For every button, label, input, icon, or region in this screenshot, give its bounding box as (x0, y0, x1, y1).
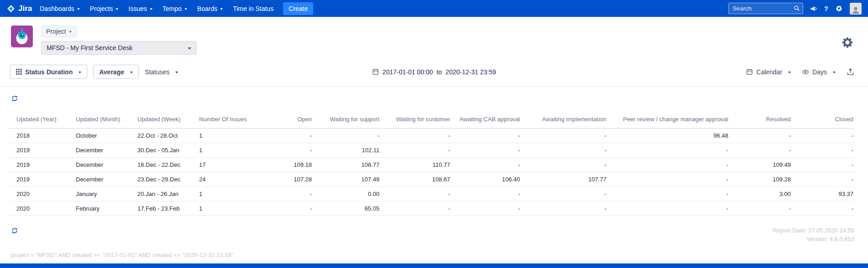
column-header: Resolved (729, 111, 792, 128)
create-button[interactable]: Create (283, 2, 313, 15)
nav-item-boards[interactable]: Boards (192, 0, 228, 17)
chevron-down-icon (220, 8, 223, 10)
table-row: 2020February17.Feb - 23.Feb1-65.05------ (9, 201, 854, 216)
report-content: Updated (Year) Updated (Month) Updated (… (0, 87, 868, 258)
table-cell: December (76, 172, 137, 186)
table-cell: 107.77 (521, 172, 607, 186)
table-row: 2020January20.Jan - 26.Jan1-0.00----3.00… (9, 186, 854, 201)
table-cell: 3.00 (729, 186, 792, 201)
calendar-mode-button[interactable]: Calendar (746, 68, 791, 76)
table-cell: 0.00 (313, 186, 380, 201)
nav-item-tempo[interactable]: Tempo (158, 0, 192, 17)
report-toolbar: Status Duration Average Statuses 2017-01… (0, 59, 868, 87)
search-input[interactable] (728, 3, 803, 14)
table-cell: 108.77 (313, 157, 380, 172)
settings-gear-icon[interactable] (841, 31, 854, 55)
table-cell: 2019 (9, 172, 76, 186)
column-header: Peer review / change manager approval (607, 111, 729, 128)
project-select[interactable]: MFSD - My First Service Desk (41, 41, 197, 55)
table-cell: 102.11 (313, 143, 380, 157)
table-cell: - (792, 201, 854, 216)
table-header-row: Updated (Year) Updated (Month) Updated (… (9, 111, 854, 128)
table-cell: - (521, 186, 607, 201)
nav-item-dashboards[interactable]: Dashboards (35, 0, 85, 17)
table-cell: - (607, 186, 729, 201)
jira-logo-icon (6, 4, 16, 13)
table-cell: December (76, 143, 137, 157)
table-cell: - (607, 201, 729, 216)
table-cell: - (451, 157, 521, 172)
table-cell: - (313, 128, 380, 143)
table-row: 2019December30.Dec - 05.Jan1-102.11-----… (9, 143, 854, 157)
table-cell: 2019 (9, 143, 76, 157)
column-header: Updated (Week) (137, 111, 199, 128)
date-range-picker[interactable]: 2017-01-01 00:00 to 2020-12-31 23:59 (372, 68, 496, 76)
table-cell: - (607, 172, 729, 186)
date-from: 2017-01-01 00:00 (383, 68, 433, 76)
table-cell: - (792, 172, 854, 186)
jira-brand[interactable]: Jira (6, 4, 32, 13)
status-duration-button[interactable]: Status Duration (10, 65, 87, 79)
table-cell: 110.77 (380, 157, 451, 172)
megaphone-icon[interactable] (810, 5, 817, 12)
table-cell: 106.40 (451, 172, 521, 186)
table-cell: 109.49 (729, 157, 792, 172)
chevron-down-icon (77, 8, 80, 10)
table-cell: - (521, 201, 607, 216)
export-icon[interactable] (847, 68, 854, 76)
table-cell: 109.18 (258, 157, 313, 172)
nav-item-label: Dashboards (40, 5, 74, 12)
table-cell: 108.67 (380, 172, 451, 186)
column-header: Waiting for customer (380, 111, 451, 128)
bottom-bar (0, 263, 868, 268)
gear-icon[interactable] (835, 5, 843, 12)
project-type-button[interactable]: Project (41, 26, 77, 37)
table-cell: December (76, 157, 137, 172)
nav-item-issues[interactable]: Issues (123, 0, 157, 17)
table-cell: 23.Dec - 29.Dec (137, 172, 199, 186)
table-cell: February (76, 201, 137, 216)
table-cell: 65.05 (313, 201, 380, 216)
report-date: Report Date: 27.05.2020 14:55 (773, 226, 854, 235)
chevron-down-icon (175, 72, 178, 73)
table-cell: - (258, 186, 313, 201)
average-button[interactable]: Average (93, 65, 139, 79)
help-icon[interactable]: ? (824, 5, 828, 12)
table-cell: - (380, 128, 451, 143)
table-cell: 16.Dec - 22.Dec (137, 157, 199, 172)
search-icon[interactable] (794, 5, 800, 11)
table-cell: 1 (199, 201, 258, 216)
date-to: 2020-12-31 23:59 (446, 68, 496, 76)
nav-item-label: Boards (197, 5, 217, 12)
project-header: Project MFSD - My First Service Desk (0, 17, 868, 59)
column-header: Awaiting implementation (521, 111, 607, 128)
table-cell: 30.Dec - 05.Jan (137, 143, 199, 157)
statuses-button[interactable]: Statuses (145, 68, 178, 76)
table-cell: 22.Oct - 28.Oct (137, 128, 199, 143)
toolbar-left: Status Duration Average Statuses (10, 65, 178, 79)
column-header: Updated (Month) (76, 111, 137, 128)
search-box (728, 3, 803, 14)
chevron-down-icon (184, 8, 187, 10)
chevron-down-icon (150, 8, 153, 10)
jql-query: project = "MFSD" AND created >= "2017-01… (11, 252, 868, 258)
chevron-down-icon (69, 31, 72, 33)
column-header: Number Of Issues (199, 111, 258, 128)
average-label: Average (99, 68, 124, 76)
nav-item-time-in-status[interactable]: Time in Status (228, 0, 279, 17)
nav-item-projects[interactable]: Projects (85, 0, 124, 17)
user-avatar[interactable] (850, 3, 862, 15)
chevron-down-icon (116, 8, 118, 10)
days-unit-button[interactable]: Days (802, 68, 836, 76)
project-avatar (11, 26, 33, 47)
chevron-down-icon (788, 72, 791, 73)
table-row: 2018October22.Oct - 28.Oct1-----96.48-- (9, 128, 854, 143)
nav-item-label: Tempo (163, 5, 182, 12)
eye-icon (802, 68, 809, 76)
column-header: Updated (Year) (9, 111, 76, 128)
column-header: Open (258, 111, 313, 128)
refresh-icon[interactable] (10, 94, 19, 104)
table-cell: - (792, 128, 854, 143)
refresh-icon-bottom[interactable] (10, 226, 19, 237)
project-type-label: Project (46, 28, 66, 35)
